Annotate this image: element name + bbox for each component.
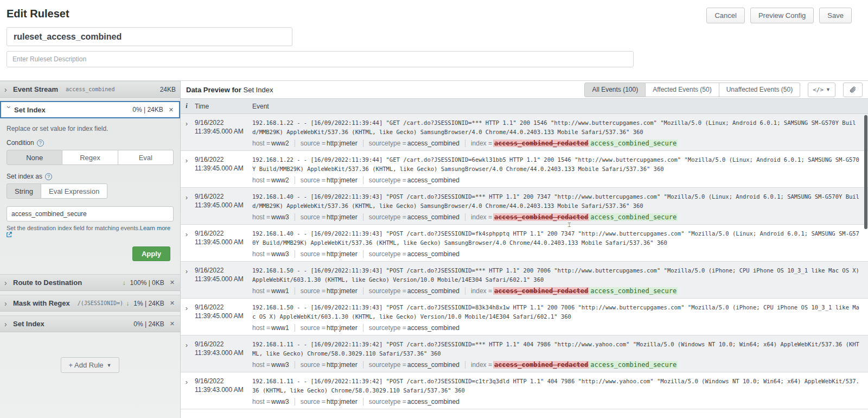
index-new-value: access_combined_secure (589, 213, 678, 221)
event-field: host = www1 (252, 324, 295, 332)
event-table-header: i Time Event (181, 99, 868, 114)
index-helper-text: Set the destination index field for matc… (7, 225, 140, 231)
string-button[interactable]: String (7, 183, 41, 199)
event-timestamp: 9/16/202211:39:43.000 AM (193, 340, 248, 372)
event-field: sourcetype = access_combined (363, 398, 465, 406)
event-column-header: Event (248, 103, 868, 110)
event-raw-text: 192.168.1.50 - - [16/09/2022:11:39:43] "… (252, 303, 860, 321)
add-rule-button[interactable]: + Add Rule▼ (61, 357, 120, 373)
condition-toggle: None Regex Eval (7, 150, 174, 165)
preview-title: Data Preview for Set Index (186, 86, 273, 94)
index-value-input[interactable] (7, 206, 174, 221)
ruleset-name-input[interactable] (7, 27, 292, 46)
event-field: source = http:jmeter (295, 176, 363, 184)
help-icon[interactable]: ? (37, 140, 44, 147)
rule-stats: 100% | 0KB (130, 279, 164, 287)
close-icon[interactable]: ✕ (169, 300, 176, 307)
preview-config-button[interactable]: Preview Config (750, 8, 814, 23)
help-icon[interactable]: ? (45, 173, 52, 180)
eval-expression-button[interactable]: Eval Expression (41, 183, 107, 199)
event-field: source = http:jmeter (295, 213, 363, 221)
event-fields: host = www3source = http:jmetersourcetyp… (252, 398, 860, 406)
event-fields: host = www2source = http:jmetersourcetyp… (252, 176, 860, 184)
attach-button[interactable] (843, 83, 863, 97)
arrow-down-icon: ↓ (123, 279, 126, 287)
event-field: sourcetype = access_combined (363, 176, 465, 184)
index-old-value: access_combined_redacted (493, 287, 589, 295)
row-expander-icon[interactable]: › (186, 378, 188, 386)
row-expander-icon[interactable]: › (186, 341, 188, 349)
close-icon[interactable]: ✕ (168, 106, 175, 113)
row-expander-icon[interactable]: › (186, 119, 188, 128)
index-old-value: access_combined_redacted (493, 213, 589, 221)
row-expander-icon[interactable]: › (186, 156, 188, 164)
event-field: host = www2 (252, 176, 295, 184)
event-timestamp: 9/16/202211:39:45.000 AM (193, 303, 248, 335)
tab-affected-events[interactable]: Affected Events (50) (646, 83, 719, 97)
row-expander-icon[interactable]: › (186, 267, 188, 275)
rules-sidebar: › Event Stream access_combined 24KB › Se… (0, 81, 181, 418)
event-row: ›9/16/202211:39:45.000 AM192.168.1.40 - … (181, 188, 868, 225)
event-tabs: All Events (100) Affected Events (50) Un… (584, 83, 800, 97)
index-new-value: access_combined_secure (589, 287, 678, 295)
event-stream-rule[interactable]: › Event Stream access_combined 24KB (0, 81, 180, 98)
event-field: sourcetype = access_combined (363, 324, 465, 332)
save-button[interactable]: Save (819, 8, 852, 23)
event-row: ›9/16/202211:39:45.000 AM192.168.1.50 - … (181, 262, 868, 299)
event-fields: host = www2source = http:jmetersourcetyp… (252, 140, 860, 147)
event-field: source = http:jmeter (295, 250, 363, 258)
code-icon: </> (813, 86, 824, 93)
close-icon[interactable]: ✕ (169, 320, 176, 327)
set-index-panel: Replace or set value for index field. Co… (0, 118, 180, 269)
ruleset-description-input[interactable] (7, 51, 634, 67)
event-raw-text: 192.168.1.11 - - [16/09/2022:11:39:42] "… (252, 377, 860, 395)
code-view-button[interactable]: </> ▼ (808, 83, 835, 97)
time-column-header: Time (193, 103, 248, 110)
event-row: ›9/16/202211:39:43.000 AM192.168.1.11 - … (181, 372, 868, 409)
condition-none-button[interactable]: None (7, 150, 62, 165)
close-icon[interactable]: ✕ (169, 279, 176, 286)
index-old-value: access_combined_redacted (493, 140, 589, 147)
tab-unaffected-events[interactable]: Unaffected Events (50) (719, 83, 801, 97)
row-expander-icon[interactable]: › (186, 193, 188, 201)
event-timestamp: 9/16/202211:39:43.000 AM (193, 377, 248, 409)
vertical-scrollbar[interactable] (864, 115, 867, 229)
rule-description: Replace or set value for index field. (7, 125, 174, 132)
event-fields: host = www3source = http:jmetersourcetyp… (252, 361, 860, 369)
event-timestamp: 9/16/202211:39:45.000 AM (193, 155, 248, 187)
mask-with-regex-rule[interactable]: › Mask with Regex /(JSESSIONID=) ↓ 1% | … (0, 295, 180, 312)
row-expander-icon[interactable]: › (186, 304, 188, 312)
event-raw-text: 192.168.1.50 - - [16/09/2022:11:39:43] "… (252, 266, 860, 284)
event-row: ›9/16/202211:39:45.000 AM192.168.1.22 - … (181, 114, 868, 151)
chevron-right-icon: › (4, 320, 12, 328)
event-row: ›9/16/202211:39:45.000 AM192.168.1.22 - … (181, 151, 868, 188)
event-timestamp: 9/16/202211:39:45.000 AM (193, 266, 248, 298)
top-bar: Edit Ruleset Cancel Preview Config Save (0, 0, 868, 80)
info-column-header: i (181, 102, 193, 110)
event-field: source = http:jmeter (295, 324, 363, 332)
preview-header: Data Preview for Set Index All Events (1… (181, 81, 868, 99)
condition-eval-button[interactable]: Eval (118, 150, 174, 165)
event-field: source = http:jmeter (295, 361, 363, 369)
event-field: source = http:jmeter (295, 140, 363, 147)
condition-regex-button[interactable]: Regex (62, 150, 118, 165)
event-field: host = www3 (252, 213, 295, 221)
event-field: sourcetype = access_combined (363, 361, 465, 369)
event-row: ›9/16/202211:39:45.000 AM192.168.1.50 - … (181, 299, 868, 335)
event-field: host = www3 (252, 361, 295, 369)
data-preview-panel: Data Preview for Set Index All Events (1… (181, 81, 868, 418)
set-index-rule-collapsed[interactable]: › Set Index 0% | 24KB ✕ (0, 315, 180, 332)
arrow-down-icon: ↓ (126, 300, 129, 307)
external-link-icon (7, 232, 12, 237)
rule-stats: 0% | 24KB (133, 320, 164, 328)
apply-button[interactable]: Apply (132, 246, 170, 261)
route-to-destination-rule[interactable]: › Route to Destination ↓ 100% | 0KB ✕ (0, 274, 180, 291)
row-expander-icon[interactable]: › (186, 230, 188, 238)
set-index-rule-active[interactable]: › Set Index 0% | 24KB ✕ (0, 101, 180, 118)
event-fields: host = www3source = http:jmetersourcetyp… (252, 250, 860, 258)
condition-label: Condition (7, 139, 34, 147)
event-field: host = www2 (252, 140, 295, 147)
cancel-button[interactable]: Cancel (706, 8, 744, 23)
tab-all-events[interactable]: All Events (100) (584, 83, 646, 97)
index-new-value: access_combined_secure (589, 361, 678, 369)
